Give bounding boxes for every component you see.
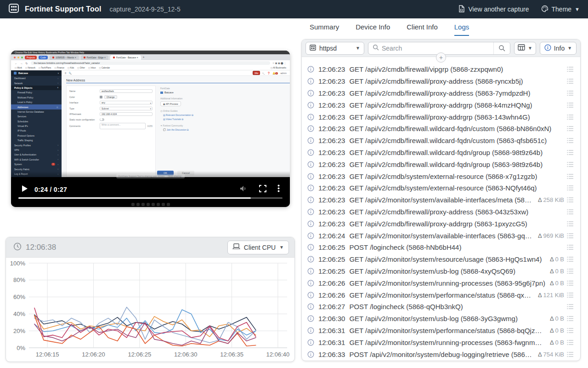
metric-selector-button[interactable]: Client CPU ▼ xyxy=(227,241,289,254)
row-detail-menu-icon[interactable] xyxy=(567,339,574,345)
row-info-icon[interactable] xyxy=(307,351,314,358)
search-input[interactable] xyxy=(379,42,493,54)
log-row[interactable]: 12:06:23GET /api/v2/cmdb/system/external… xyxy=(302,170,578,182)
log-row[interactable]: 12:06:25GET /api/v2/monitor/system/resou… xyxy=(302,253,578,265)
row-info-icon[interactable] xyxy=(307,137,314,144)
log-row[interactable]: 12:06:23GET /api/v2/cmdb/firewall.wildca… xyxy=(302,158,578,170)
capture-video-player[interactable]: Chrome File Edit View History Bookmarks … xyxy=(11,51,290,207)
theme-button[interactable]: Theme ▼ xyxy=(541,5,580,14)
row-detail-menu-icon[interactable] xyxy=(567,78,574,84)
row-detail-menu-icon[interactable] xyxy=(567,268,574,274)
row-detail-menu-icon[interactable] xyxy=(567,256,574,262)
row-info-icon[interactable] xyxy=(307,149,314,156)
log-row[interactable]: 12:06:33POST /api/v2/monitor/system/debu… xyxy=(302,348,578,360)
row-info-icon[interactable] xyxy=(307,268,314,275)
volume-muted-icon[interactable] xyxy=(240,185,248,194)
row-info-icon[interactable] xyxy=(307,161,314,168)
load-more-button[interactable]: + xyxy=(436,52,446,63)
row-info-icon[interactable] xyxy=(307,66,314,73)
video-progress-fill xyxy=(18,197,251,199)
row-detail-menu-icon[interactable] xyxy=(567,161,574,167)
log-row[interactable]: 12:06:26GET /api/v2/monitor/system/runni… xyxy=(302,277,578,289)
log-row[interactable]: 12:06:23GET /api/v2/cmdb/firewall/proxy-… xyxy=(302,206,578,218)
row-detail-menu-icon[interactable] xyxy=(567,185,574,191)
log-time: 12:06:23 xyxy=(318,65,345,73)
log-row[interactable]: 12:06:23GET /api/v2/cmdb/firewall/proxy-… xyxy=(302,99,578,111)
row-info-icon[interactable] xyxy=(307,78,314,85)
row-detail-menu-icon[interactable] xyxy=(567,138,574,144)
row-detail-menu-icon[interactable] xyxy=(567,209,574,215)
log-row[interactable]: 12:06:24GET /api/v2/monitor/system/avail… xyxy=(302,230,578,242)
video-menu-button[interactable] xyxy=(277,184,280,194)
log-request: GET /api/v2/monitor/system/performance/s… xyxy=(349,327,546,334)
row-info-icon[interactable] xyxy=(307,256,314,263)
column-layout-button[interactable]: ▼ xyxy=(514,42,536,55)
log-row[interactable]: 12:06:23GET /api/v2/monitor/system/avail… xyxy=(302,194,578,206)
row-detail-menu-icon[interactable] xyxy=(567,221,574,227)
log-row[interactable]: 12:06:25GET /api/v2/monitor/system/usb-l… xyxy=(302,265,578,277)
row-info-icon[interactable] xyxy=(307,125,314,132)
row-info-icon[interactable] xyxy=(307,292,314,299)
log-row[interactable]: 12:06:23GET /api/v2/cmdb/firewall/proxy-… xyxy=(302,111,578,123)
log-row[interactable]: 12:06:23GET /api/v2/cmdb/firewall/proxy-… xyxy=(302,87,578,99)
play-button[interactable] xyxy=(21,185,28,194)
video-progress-bar[interactable] xyxy=(18,197,283,199)
row-info-icon[interactable] xyxy=(307,303,314,310)
tab-device-info[interactable]: Device Info xyxy=(356,23,390,36)
row-detail-menu-icon[interactable] xyxy=(567,292,574,298)
log-row[interactable]: 12:06:23GET /api/v2/cmdb/firewall/proxy-… xyxy=(302,218,578,230)
row-info-icon[interactable] xyxy=(307,90,314,97)
log-row[interactable]: 12:06:23GET /api/v2/cmdb/system/external… xyxy=(302,182,578,194)
row-info-icon[interactable] xyxy=(307,327,314,334)
fullscreen-button[interactable] xyxy=(259,185,266,194)
tab-logs[interactable]: Logs xyxy=(454,23,469,36)
row-detail-menu-icon[interactable] xyxy=(567,351,574,357)
log-row[interactable]: 12:06:31GET /api/v2/monitor/system/runni… xyxy=(302,336,578,348)
process-filter-select[interactable]: httpsd ▼ xyxy=(305,42,364,55)
row-detail-menu-icon[interactable] xyxy=(567,197,574,203)
row-detail-menu-icon[interactable] xyxy=(567,316,574,322)
row-info-icon[interactable] xyxy=(307,173,314,180)
log-request: GET /api/v2/monitor/system/running-proce… xyxy=(349,339,546,346)
log-row[interactable]: 12:06:23GET /api/v2/cmdb/firewall.wildca… xyxy=(302,147,578,159)
search-submit-button[interactable] xyxy=(493,42,510,54)
info-dropdown-button[interactable]: Info ▼ xyxy=(540,42,577,55)
row-detail-menu-icon[interactable] xyxy=(567,233,574,239)
row-info-icon[interactable] xyxy=(307,196,314,203)
row-info-icon[interactable] xyxy=(307,339,314,346)
log-row[interactable]: 12:06:25POST /logincheck (5868-hNb6bH44) xyxy=(302,242,578,253)
log-row[interactable]: 12:06:23GET /api/v2/cmdb/firewall.wildca… xyxy=(302,123,578,135)
row-detail-menu-icon[interactable] xyxy=(567,66,574,72)
log-delta-size: Δ 0 B xyxy=(550,256,564,263)
tab-client-info[interactable]: Client Info xyxy=(407,23,438,36)
log-row[interactable]: 12:06:31GET /api/v2/monitor/system/perfo… xyxy=(302,325,578,337)
row-detail-menu-icon[interactable] xyxy=(567,114,574,120)
row-info-icon[interactable] xyxy=(307,114,314,121)
row-detail-menu-icon[interactable] xyxy=(567,102,574,108)
log-row[interactable]: 12:06:26GET /api/v2/monitor/system/perfo… xyxy=(302,289,578,301)
log-row[interactable]: 12:06:30GET /api/v2/monitor/system/usb-l… xyxy=(302,313,578,325)
log-row[interactable]: 12:06:23GET /api/v2/cmdb/firewall/vipgrp… xyxy=(302,63,578,75)
row-detail-menu-icon[interactable] xyxy=(567,90,574,96)
row-info-icon[interactable] xyxy=(307,208,314,215)
row-detail-menu-icon[interactable] xyxy=(567,126,574,132)
chevron-down-icon: ▼ xyxy=(575,6,580,12)
view-another-capture-button[interactable]: View another capture xyxy=(458,5,529,14)
row-info-icon[interactable] xyxy=(307,102,314,109)
log-row[interactable]: 12:06:23GET /api/v2/cmdb/firewall.wildca… xyxy=(302,135,578,147)
row-detail-menu-icon[interactable] xyxy=(567,173,574,179)
row-info-icon[interactable] xyxy=(307,315,314,322)
row-detail-menu-icon[interactable] xyxy=(567,304,574,310)
log-row[interactable]: 12:06:23GET /api/v2/cmdb/firewall/proxy-… xyxy=(302,75,578,87)
row-info-icon[interactable] xyxy=(307,220,314,227)
log-row[interactable]: 12:06:27POST /logincheck (5868-qQHb3nkQ) xyxy=(302,301,578,313)
row-info-icon[interactable] xyxy=(307,184,314,191)
row-info-icon[interactable] xyxy=(307,232,314,239)
row-info-icon[interactable] xyxy=(307,280,314,287)
tab-summary[interactable]: Summary xyxy=(310,23,339,36)
row-detail-menu-icon[interactable] xyxy=(567,150,574,155)
row-detail-menu-icon[interactable] xyxy=(567,244,574,250)
row-info-icon[interactable] xyxy=(307,244,314,251)
row-detail-menu-icon[interactable] xyxy=(567,328,574,334)
row-detail-menu-icon[interactable] xyxy=(567,280,574,286)
